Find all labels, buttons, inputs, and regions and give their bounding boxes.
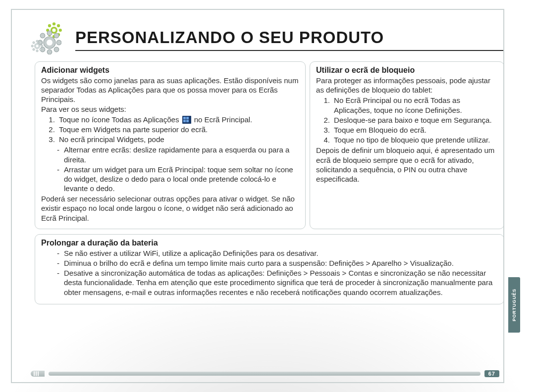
- bullet-item: Se não estiver a utilizar WiFi, utilize …: [57, 248, 498, 258]
- page: PERSONALIZANDO O SEU PRODUTO Adicionar w…: [0, 0, 535, 392]
- decorative-border: [11, 9, 12, 383]
- decorative-border: [503, 9, 504, 383]
- svg-point-19: [47, 40, 53, 46]
- step-item: No ecrã principal Widgets, pode: [57, 135, 299, 144]
- intro-text: Os widgets são como janelas para as suas…: [41, 76, 299, 104]
- svg-point-12: [47, 49, 52, 54]
- svg-point-23: [31, 45, 33, 47]
- step-item: Toque no ícone Todas as Aplicações no Ec…: [57, 115, 299, 124]
- gears-icon: [35, 25, 69, 54]
- svg-point-24: [41, 45, 43, 47]
- page-number: 67: [484, 370, 499, 377]
- decorative-border: [11, 382, 504, 383]
- two-column-row: Adicionar widgets Os widgets são como ja…: [35, 61, 504, 229]
- svg-point-11: [47, 31, 52, 36]
- svg-point-15: [40, 33, 45, 38]
- svg-point-1: [53, 22, 55, 25]
- card-heading: Utilizar o ecrã de bloqueio: [316, 66, 498, 75]
- step-item: Toque em Widgets na parte superior do ec…: [57, 125, 299, 134]
- step-item: Desloque-se para baixo e toque em Segura…: [332, 115, 498, 125]
- sub-bullets: Alternar entre ecrãs: deslize rapidament…: [41, 145, 299, 193]
- all-apps-icon: [182, 116, 191, 124]
- decorative-border: [11, 9, 504, 10]
- card-lock-screen: Utilizar o ecrã de bloqueio Para protege…: [310, 61, 504, 229]
- after-text: Poderá ser necessário selecionar outras …: [41, 194, 299, 223]
- title-row: PERSONALIZANDO O SEU PRODUTO: [35, 25, 504, 54]
- lead-text: Para ver os seus widgets:: [41, 104, 299, 114]
- after-text: Depois de definir um bloqueio aqui, é ap…: [316, 146, 498, 184]
- footer-decoration-icon: [31, 371, 45, 377]
- svg-point-14: [56, 40, 61, 45]
- card-heading: Prolongar a duração da bateria: [41, 239, 498, 247]
- step-text: Toque no ícone Todas as Aplicações: [59, 115, 181, 124]
- footer-bar: 67: [31, 370, 499, 377]
- card-add-widgets: Adicionar widgets Os widgets são como ja…: [35, 61, 306, 229]
- svg-point-21: [36, 40, 38, 42]
- footer-rule: [49, 372, 481, 376]
- bullet-item: Arrastar um widget para um Ecrã Principa…: [57, 165, 299, 194]
- svg-point-29: [36, 45, 39, 48]
- svg-point-22: [36, 50, 38, 52]
- step-text: no Ecrã Principal.: [192, 115, 253, 124]
- svg-point-5: [48, 24, 51, 27]
- step-item: No Ecrã Principal ou no ecrã Todas as Ap…: [332, 96, 498, 114]
- svg-point-6: [57, 24, 60, 27]
- card-heading: Adicionar widgets: [41, 66, 299, 75]
- page-title: PERSONALIZANDO O SEU PRODUTO: [75, 28, 504, 51]
- svg-point-18: [54, 47, 59, 52]
- intro-text: Para proteger as informações pessoais, p…: [316, 76, 498, 95]
- step-item: Toque no tipo de bloqueio que pretende u…: [332, 135, 498, 145]
- svg-point-16: [54, 33, 59, 38]
- svg-point-25: [33, 42, 35, 44]
- svg-point-27: [33, 49, 35, 50]
- svg-point-28: [40, 49, 42, 50]
- steps-list: Toque no ícone Todas as Aplicações no Ec…: [41, 115, 299, 145]
- battery-bullets: Se não estiver a utilizar WiFi, utilize …: [41, 248, 498, 297]
- card-battery: Prolongar a duração da bateria Se não es…: [35, 234, 504, 304]
- step-item: Toque em Bloqueio do ecrã.: [332, 125, 498, 135]
- svg-point-26: [40, 42, 42, 44]
- language-tab: PORTUGUÊS: [508, 277, 520, 333]
- bullet-item: Diminua o brilho do ecrã e defina um tem…: [57, 258, 498, 268]
- steps-list: No Ecrã Principal ou no ecrã Todas as Ap…: [316, 96, 498, 145]
- bullet-item: Alternar entre ecrãs: deslize rapidament…: [57, 145, 299, 164]
- bullet-item: Desative a sincronização automática de t…: [57, 268, 498, 297]
